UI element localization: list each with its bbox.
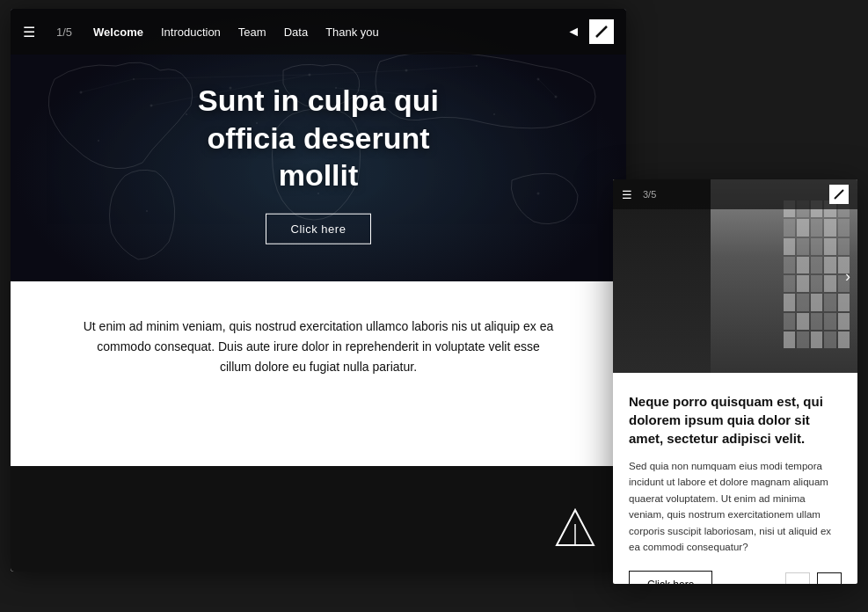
content-text-area: Ut enim ad minim veniam, quis nostrud ex…: [11, 281, 626, 377]
dark-bottom-bar: ⌄: [11, 466, 626, 572]
hero-content: Sunt in culpa qui officia deserunt molli…: [164, 82, 472, 244]
window-cell: [811, 238, 822, 255]
nav-links: Welcome Introduction Team Data Thank you: [93, 26, 545, 39]
window-cell: [797, 332, 808, 348]
overlay-card-window: ☰ 3/5 › Neque porro quisquam est, qui do…: [613, 179, 857, 584]
nav-right-controls: ◄: [566, 19, 614, 44]
card-body-text: Sed quia non numquam eius modi tempora i…: [629, 458, 842, 555]
card-logo: [829, 185, 849, 204]
nav-link-team[interactable]: Team: [238, 26, 266, 39]
window-cell: [824, 313, 835, 330]
window-cell: [811, 332, 822, 348]
svg-line-30: [835, 190, 843, 199]
svg-point-13: [537, 193, 540, 195]
card-title: Neque porro quisquam est, qui dolorem ip…: [629, 392, 842, 448]
window-cell: [838, 219, 850, 236]
window-cell: [797, 294, 808, 310]
window-cell: [784, 257, 795, 273]
window-cell: [797, 219, 808, 236]
card-building-windows: [780, 197, 853, 352]
card-nav-arrows: ← →: [785, 572, 842, 584]
nav-link-introduction[interactable]: Introduction: [161, 26, 221, 39]
nav-link-thankyou[interactable]: Thank you: [325, 26, 379, 39]
window-cell: [824, 238, 835, 255]
window-cell: [824, 219, 835, 236]
svg-point-14: [146, 210, 148, 212]
slide-counter: 1/5: [56, 26, 72, 39]
card-image-chevron-icon[interactable]: ›: [845, 267, 850, 286]
window-cell: [797, 313, 808, 330]
window-cell: [784, 332, 795, 348]
card-actions: Click here ← →: [629, 571, 842, 584]
svg-line-21: [81, 79, 134, 92]
window-cell: [838, 313, 850, 330]
svg-point-4: [98, 140, 99, 142]
card-image: ☰ 3/5 ›: [613, 179, 857, 373]
content-body-text: Ut enim ad minim veniam, quis nostrud ex…: [81, 317, 556, 377]
window-cell: [838, 294, 850, 310]
window-cell: [784, 219, 795, 236]
window-cell: [784, 238, 795, 255]
card-slide-counter: 3/5: [643, 189, 656, 200]
window-cell: [797, 275, 808, 292]
svg-point-19: [493, 113, 495, 115]
window-cell: [838, 238, 850, 255]
window-cell: [797, 257, 808, 273]
window-cell: [824, 275, 835, 292]
svg-line-23: [310, 70, 406, 75]
chevron-down-icon[interactable]: ⌄: [311, 440, 326, 461]
nav-logo: [589, 19, 614, 44]
window-cell: [824, 332, 835, 348]
svg-line-24: [406, 66, 477, 70]
card-prev-arrow[interactable]: ←: [785, 572, 810, 584]
window-cell: [811, 219, 822, 236]
window-cell: [811, 313, 822, 330]
nav-prev-arrow-icon[interactable]: ◄: [566, 24, 580, 40]
card-cta-button[interactable]: Click here: [629, 571, 712, 584]
nav-link-data[interactable]: Data: [284, 26, 308, 39]
card-next-arrow[interactable]: →: [817, 572, 842, 584]
svg-line-0: [596, 26, 607, 37]
content-section: Ut enim ad minim veniam, quis nostrud ex…: [11, 281, 626, 572]
window-cell: [797, 238, 808, 255]
card-hamburger-icon[interactable]: ☰: [622, 188, 632, 201]
window-cell: [811, 257, 822, 273]
bottom-logo: [551, 506, 600, 554]
main-presentation-window: ☰ 1/5 Welcome Introduction Team Data Tha…: [11, 9, 626, 572]
window-cell: [811, 294, 822, 310]
triangle-logo-icon: [551, 506, 600, 550]
window-cell: [824, 294, 835, 310]
hamburger-icon[interactable]: ☰: [23, 24, 35, 40]
window-cell: [784, 275, 795, 292]
window-cell: [811, 275, 822, 292]
window-cell: [784, 313, 795, 330]
logo-icon: [594, 25, 609, 39]
window-cell: [824, 257, 835, 273]
svg-line-27: [538, 79, 556, 97]
nav-link-welcome[interactable]: Welcome: [93, 26, 143, 39]
hero-cta-button[interactable]: Click here: [266, 213, 372, 244]
nav-bar: ☰ 1/5 Welcome Introduction Team Data Tha…: [11, 9, 626, 55]
window-cell: [838, 332, 850, 348]
hero-title: Sunt in culpa qui officia deserunt molli…: [164, 82, 472, 194]
card-content: Neque porro quisquam est, qui dolorem ip…: [613, 373, 857, 584]
card-nav-bar: ☰ 3/5: [613, 179, 857, 209]
window-cell: [784, 294, 795, 310]
card-logo-icon: [834, 189, 844, 200]
